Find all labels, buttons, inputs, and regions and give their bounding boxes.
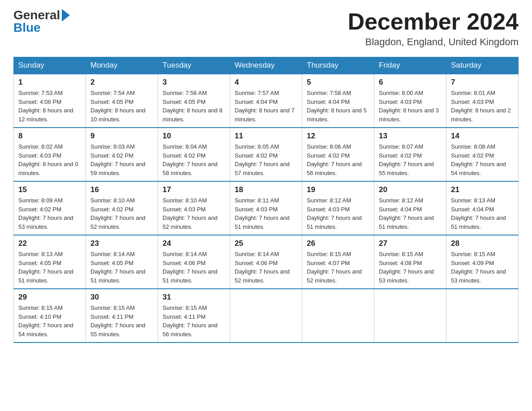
day-number: 7	[451, 78, 514, 87]
day-info: Sunrise: 8:10 AMSunset: 4:03 PMDaylight:…	[163, 196, 225, 231]
calendar-cell: 2Sunrise: 7:54 AMSunset: 4:05 PMDaylight…	[86, 74, 158, 128]
day-number: 25	[235, 239, 297, 248]
day-info: Sunrise: 8:03 AMSunset: 4:02 PMDaylight:…	[90, 142, 153, 177]
day-number: 16	[90, 185, 153, 194]
calendar-cell: 7Sunrise: 8:01 AMSunset: 4:03 PMDaylight…	[446, 74, 519, 128]
day-info: Sunrise: 7:54 AMSunset: 4:05 PMDaylight:…	[90, 89, 153, 124]
calendar-cell: 29Sunrise: 8:15 AMSunset: 4:10 PMDayligh…	[14, 289, 86, 342]
title-block: December 2024 Blagdon, England, United K…	[348, 9, 519, 48]
calendar-cell: 31Sunrise: 8:15 AMSunset: 4:11 PMDayligh…	[158, 289, 230, 342]
calendar-cell: 28Sunrise: 8:15 AMSunset: 4:09 PMDayligh…	[446, 235, 519, 289]
calendar-cell: 3Sunrise: 7:56 AMSunset: 4:05 PMDaylight…	[158, 74, 230, 128]
page-header: General Blue December 2024 Blagdon, Engl…	[13, 9, 519, 48]
calendar-week-row: 8Sunrise: 8:02 AMSunset: 4:03 PMDaylight…	[14, 128, 519, 181]
day-info: Sunrise: 8:15 AMSunset: 4:11 PMDaylight:…	[163, 304, 225, 338]
day-info: Sunrise: 8:00 AMSunset: 4:03 PMDaylight:…	[379, 89, 442, 124]
day-number: 2	[90, 78, 153, 87]
day-number: 6	[379, 78, 442, 87]
day-number: 23	[90, 239, 153, 248]
calendar-cell: 15Sunrise: 8:09 AMSunset: 4:02 PMDayligh…	[14, 181, 86, 235]
day-number: 4	[235, 78, 297, 87]
weekday-header-thursday: Thursday	[302, 57, 374, 74]
day-info: Sunrise: 8:10 AMSunset: 4:02 PMDaylight:…	[90, 196, 153, 231]
calendar-cell: 10Sunrise: 8:04 AMSunset: 4:02 PMDayligh…	[158, 128, 230, 181]
calendar-cell: 21Sunrise: 8:13 AMSunset: 4:04 PMDayligh…	[446, 181, 519, 235]
weekday-header-monday: Monday	[86, 57, 158, 74]
calendar-cell: 17Sunrise: 8:10 AMSunset: 4:03 PMDayligh…	[158, 181, 230, 235]
weekday-header-sunday: Sunday	[14, 57, 86, 74]
day-number: 22	[18, 239, 81, 248]
month-title: December 2024	[348, 9, 519, 34]
day-info: Sunrise: 8:09 AMSunset: 4:02 PMDaylight:…	[18, 196, 81, 231]
calendar-cell: 6Sunrise: 8:00 AMSunset: 4:03 PMDaylight…	[374, 74, 446, 128]
day-number: 27	[379, 239, 442, 248]
calendar-cell: 1Sunrise: 7:53 AMSunset: 4:06 PMDaylight…	[14, 74, 86, 128]
calendar-cell: 12Sunrise: 8:06 AMSunset: 4:02 PMDayligh…	[302, 128, 374, 181]
weekday-header-friday: Friday	[374, 57, 446, 74]
calendar-cell: 23Sunrise: 8:14 AMSunset: 4:05 PMDayligh…	[86, 235, 158, 289]
day-number: 28	[451, 239, 514, 248]
day-number: 3	[163, 78, 225, 87]
calendar-cell	[374, 289, 446, 342]
weekday-header-wednesday: Wednesday	[230, 57, 302, 74]
weekday-header-saturday: Saturday	[446, 57, 519, 74]
location-text: Blagdon, England, United Kingdom	[348, 36, 519, 48]
day-number: 24	[163, 239, 225, 248]
calendar-cell: 27Sunrise: 8:15 AMSunset: 4:08 PMDayligh…	[374, 235, 446, 289]
day-number: 17	[163, 185, 225, 194]
weekday-header-tuesday: Tuesday	[158, 57, 230, 74]
day-info: Sunrise: 8:15 AMSunset: 4:09 PMDaylight:…	[451, 250, 514, 285]
day-number: 8	[18, 132, 81, 141]
day-info: Sunrise: 8:15 AMSunset: 4:11 PMDaylight:…	[90, 304, 153, 338]
day-info: Sunrise: 8:01 AMSunset: 4:03 PMDaylight:…	[451, 89, 514, 124]
day-number: 29	[18, 293, 81, 302]
calendar-week-row: 15Sunrise: 8:09 AMSunset: 4:02 PMDayligh…	[14, 181, 519, 235]
calendar-week-row: 29Sunrise: 8:15 AMSunset: 4:10 PMDayligh…	[14, 289, 519, 342]
logo-general-text: General	[13, 9, 60, 21]
day-number: 19	[307, 185, 369, 194]
day-info: Sunrise: 8:05 AMSunset: 4:02 PMDaylight:…	[235, 142, 297, 177]
calendar-week-row: 1Sunrise: 7:53 AMSunset: 4:06 PMDaylight…	[14, 74, 519, 128]
day-info: Sunrise: 8:15 AMSunset: 4:07 PMDaylight:…	[307, 250, 369, 285]
day-info: Sunrise: 7:58 AMSunset: 4:04 PMDaylight:…	[307, 89, 369, 124]
calendar-cell: 30Sunrise: 8:15 AMSunset: 4:11 PMDayligh…	[86, 289, 158, 342]
calendar-header-row: SundayMondayTuesdayWednesdayThursdayFrid…	[14, 57, 519, 74]
calendar-cell	[230, 289, 302, 342]
calendar-cell	[302, 289, 374, 342]
day-info: Sunrise: 8:07 AMSunset: 4:02 PMDaylight:…	[379, 142, 442, 177]
day-info: Sunrise: 8:02 AMSunset: 4:03 PMDaylight:…	[18, 142, 81, 177]
calendar-cell: 26Sunrise: 8:15 AMSunset: 4:07 PMDayligh…	[302, 235, 374, 289]
day-info: Sunrise: 8:14 AMSunset: 4:05 PMDaylight:…	[90, 250, 153, 285]
day-number: 20	[379, 185, 442, 194]
day-number: 15	[18, 185, 81, 194]
day-number: 12	[307, 132, 369, 141]
day-info: Sunrise: 8:12 AMSunset: 4:03 PMDaylight:…	[307, 196, 369, 231]
calendar-week-row: 22Sunrise: 8:13 AMSunset: 4:05 PMDayligh…	[14, 235, 519, 289]
calendar-cell: 24Sunrise: 8:14 AMSunset: 4:06 PMDayligh…	[158, 235, 230, 289]
calendar-cell: 16Sunrise: 8:10 AMSunset: 4:02 PMDayligh…	[86, 181, 158, 235]
day-info: Sunrise: 8:13 AMSunset: 4:05 PMDaylight:…	[18, 250, 81, 285]
calendar-cell: 20Sunrise: 8:12 AMSunset: 4:04 PMDayligh…	[374, 181, 446, 235]
day-number: 9	[90, 132, 153, 141]
calendar-cell: 4Sunrise: 7:57 AMSunset: 4:04 PMDaylight…	[230, 74, 302, 128]
day-number: 26	[307, 239, 369, 248]
calendar-cell: 25Sunrise: 8:14 AMSunset: 4:06 PMDayligh…	[230, 235, 302, 289]
calendar-table: SundayMondayTuesdayWednesdayThursdayFrid…	[13, 57, 519, 343]
calendar-cell: 5Sunrise: 7:58 AMSunset: 4:04 PMDaylight…	[302, 74, 374, 128]
day-info: Sunrise: 8:11 AMSunset: 4:03 PMDaylight:…	[235, 196, 297, 231]
day-number: 31	[163, 293, 225, 302]
calendar-cell: 9Sunrise: 8:03 AMSunset: 4:02 PMDaylight…	[86, 128, 158, 181]
day-info: Sunrise: 8:12 AMSunset: 4:04 PMDaylight:…	[379, 196, 442, 231]
calendar-cell: 11Sunrise: 8:05 AMSunset: 4:02 PMDayligh…	[230, 128, 302, 181]
day-number: 30	[90, 293, 153, 302]
calendar-cell	[446, 289, 519, 342]
day-number: 13	[379, 132, 442, 141]
day-info: Sunrise: 7:53 AMSunset: 4:06 PMDaylight:…	[18, 89, 81, 124]
day-info: Sunrise: 8:13 AMSunset: 4:04 PMDaylight:…	[451, 196, 514, 231]
day-number: 18	[235, 185, 297, 194]
day-info: Sunrise: 8:15 AMSunset: 4:08 PMDaylight:…	[379, 250, 442, 285]
calendar-cell: 19Sunrise: 8:12 AMSunset: 4:03 PMDayligh…	[302, 181, 374, 235]
day-info: Sunrise: 7:57 AMSunset: 4:04 PMDaylight:…	[235, 89, 297, 124]
day-number: 1	[18, 78, 81, 87]
day-number: 10	[163, 132, 225, 141]
